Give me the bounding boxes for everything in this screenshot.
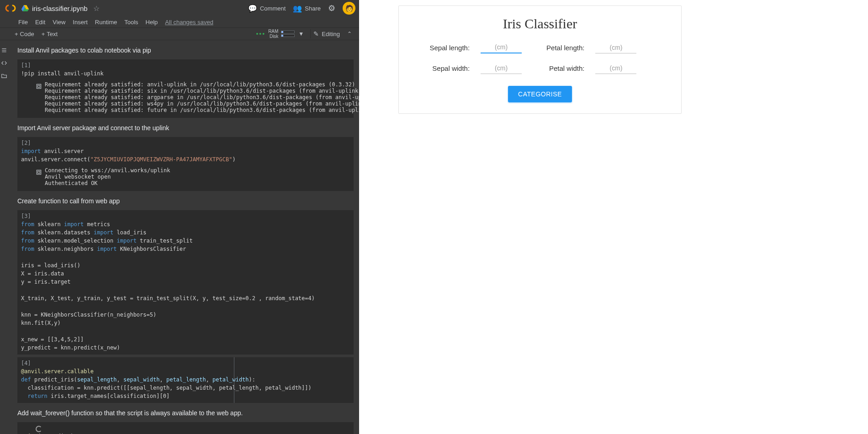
add-code-label: Code [20, 31, 34, 37]
petal-length-input[interactable] [595, 42, 636, 53]
code-content[interactable]: from sklearn import metrics from sklearn… [17, 220, 354, 355]
notebook-filename[interactable]: iris-classifier.ipynb [32, 5, 88, 12]
share-icon: 👥 [293, 4, 302, 13]
divider [310, 29, 311, 38]
comment-button[interactable]: 💬Comment [248, 4, 286, 13]
cursor-indicator [234, 357, 234, 403]
code-cell-3[interactable]: [3] from sklearn import metrics from skl… [17, 210, 354, 355]
gear-icon: ⚙ [328, 4, 335, 13]
colab-topbar: iris-classifier.ipynb ☆ 💬Comment 👥Share … [0, 0, 359, 16]
sepal-width-label: Sepal width: [430, 64, 470, 72]
add-text-label: Text [47, 31, 58, 37]
share-label: Share [305, 5, 321, 12]
disk-label: Disk [268, 34, 278, 39]
code-content[interactable]: print(y_predict) anvil.server.wait_forev… [17, 432, 354, 434]
add-text-button[interactable]: +Text [42, 31, 58, 37]
sepal-length-input[interactable] [481, 42, 522, 53]
plus-icon: + [42, 31, 45, 37]
section-heading[interactable]: Add wait_forever() function so that the … [15, 403, 356, 422]
comment-icon: 💬 [248, 4, 257, 13]
add-code-button[interactable]: +Code [15, 31, 34, 37]
share-button[interactable]: 👥Share [293, 4, 321, 13]
exec-count: [1] [21, 62, 33, 69]
colab-panel: iris-classifier.ipynb ☆ 💬Comment 👥Share … [0, 0, 359, 434]
disk-meter [281, 34, 295, 37]
resource-labels: RAMDisk [268, 29, 278, 39]
colab-sidebar [0, 40, 8, 434]
settings-button[interactable]: ⚙ [328, 3, 335, 13]
app-title: Iris Classifier [412, 16, 668, 32]
code-cell-5[interactable]: [ ] print(y_predict) anvil.server.wait_f… [17, 422, 354, 434]
ram-meter [281, 31, 295, 33]
ram-label: RAM [268, 29, 278, 34]
resource-menu-button[interactable]: ▼ [298, 31, 304, 37]
resource-meters[interactable] [281, 30, 295, 37]
collapse-button[interactable]: ⌃ [347, 31, 352, 37]
sidebar-snippets-button[interactable] [0, 57, 8, 69]
colab-content[interactable]: Install Anvil packages to colab notebook… [8, 40, 359, 434]
petal-width-input[interactable] [595, 63, 636, 74]
exec-count: [4] [21, 360, 33, 366]
colab-toolbar: +Code +Text ••• RAMDisk ▼ ✎Editing ⌃ [0, 27, 359, 40]
petal-length-label: Petal length: [546, 44, 584, 52]
code-cell-1[interactable]: [1] !pip install anvil-uplink [17, 59, 354, 80]
section-heading[interactable]: Create function to call from web app [15, 191, 356, 210]
exec-count: [2] [21, 140, 33, 146]
menu-view[interactable]: View [53, 19, 65, 26]
app-preview-panel: Iris Classifier Sepal length: Petal leng… [359, 0, 868, 434]
petal-width-label: Petal width: [546, 64, 584, 72]
colab-menubar: File Edit View Insert Runtime Tools Help… [0, 16, 359, 27]
sidebar-toc-button[interactable] [0, 44, 8, 57]
comment-label: Comment [260, 5, 286, 12]
running-spinner-icon[interactable] [36, 426, 42, 432]
code-cell-2[interactable]: [2] import anvil.server anvil.server.con… [17, 137, 354, 166]
pencil-icon: ✎ [313, 30, 319, 37]
menu-edit[interactable]: Edit [35, 19, 45, 26]
menu-file[interactable]: File [18, 19, 28, 26]
code-content[interactable]: @anvil.server.callable def predict_iris(… [17, 367, 354, 403]
categorise-button[interactable]: CATEGORISE [508, 86, 572, 102]
sepal-width-input[interactable] [481, 63, 522, 74]
section-heading[interactable]: Import Anvil server package and connect … [15, 118, 356, 137]
sidebar-files-button[interactable] [0, 69, 8, 82]
code-cell-4[interactable]: [4] @anvil.server.callable def predict_i… [17, 357, 354, 403]
mode-label: Editing [322, 31, 340, 37]
menu-insert[interactable]: Insert [73, 19, 88, 26]
cell-output-1: Requirement already satisfied: anvil-upl… [17, 80, 354, 118]
exec-count: [3] [21, 213, 33, 219]
drive-icon [21, 4, 29, 12]
iris-classifier-card: Iris Classifier Sepal length: Petal leng… [398, 5, 682, 114]
section-heading[interactable]: Install Anvil packages to colab notebook… [15, 40, 356, 59]
code-content[interactable]: !pip install anvil-uplink [17, 69, 354, 80]
star-icon[interactable]: ☆ [93, 4, 100, 13]
colab-logo [4, 4, 17, 13]
code-content[interactable]: import anvil.server anvil.server.connect… [17, 147, 354, 166]
plus-icon: + [15, 31, 18, 37]
user-avatar[interactable]: 🧑 [343, 2, 355, 15]
input-grid: Sepal length: Petal length: Sepal width:… [412, 42, 668, 74]
sepal-length-label: Sepal length: [430, 44, 470, 52]
menu-tools[interactable]: Tools [124, 19, 138, 26]
output-text: Requirement already satisfied: anvil-upl… [17, 80, 354, 118]
cell-output-2: Connecting to wss://anvil.works/uplink A… [17, 166, 354, 191]
connection-dots-icon: ••• [256, 30, 265, 37]
mode-button[interactable]: ✎Editing [313, 30, 340, 37]
save-status[interactable]: All changes saved [165, 19, 213, 26]
menu-runtime[interactable]: Runtime [95, 19, 117, 26]
output-text: Connecting to wss://anvil.works/uplink A… [17, 166, 354, 191]
menu-help[interactable]: Help [146, 19, 158, 26]
